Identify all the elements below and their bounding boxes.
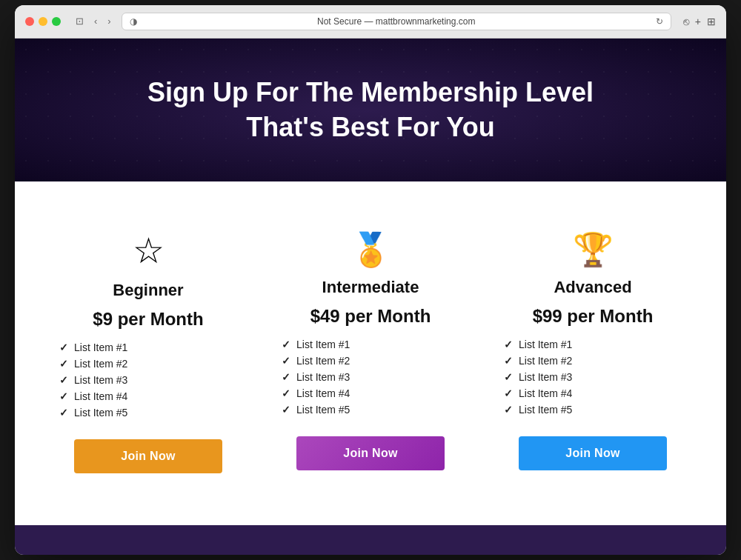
pricing-section: ☆ Beginner $9 per Month ✓List Item #1 ✓L… xyxy=(15,181,726,525)
list-item: ✓List Item #1 xyxy=(282,339,459,350)
feature-text: List Item #1 xyxy=(296,339,350,350)
list-item: ✓List Item #1 xyxy=(59,341,237,353)
check-icon: ✓ xyxy=(282,404,290,416)
feature-text: List Item #4 xyxy=(74,390,127,402)
list-item: ✓List Item #1 xyxy=(504,339,682,350)
feature-text: List Item #5 xyxy=(519,404,572,416)
list-item: ✓List Item #4 xyxy=(504,387,682,399)
check-icon: ✓ xyxy=(504,339,513,350)
feature-text: List Item #5 xyxy=(74,407,127,419)
list-item: ✓List Item #3 xyxy=(282,371,459,383)
advanced-plan-card: 🏆 Advanced $99 per Month ✓List Item #1 ✓… xyxy=(482,211,704,496)
check-icon: ✓ xyxy=(59,390,68,402)
check-icon: ✓ xyxy=(59,374,68,386)
intermediate-plan-card: 🏅 Intermediate $49 per Month ✓List Item … xyxy=(259,211,482,496)
feature-text: List Item #3 xyxy=(296,371,350,383)
reload-icon: ↻ xyxy=(656,16,663,27)
feature-text: List Item #4 xyxy=(296,387,350,399)
feature-text: List Item #4 xyxy=(519,387,572,399)
intermediate-icon: 🏅 xyxy=(350,233,391,266)
browser-window: ⊡ ‹ › ◑ Not Secure — mattbrownmarketing.… xyxy=(15,5,726,556)
advanced-plan-price: $99 per Month xyxy=(533,306,654,327)
check-icon: ✓ xyxy=(59,341,68,353)
maximize-button[interactable] xyxy=(52,17,61,26)
feature-text: List Item #1 xyxy=(74,341,127,353)
address-text: Not Secure — mattbrownmarketing.com xyxy=(142,16,651,27)
browser-actions: ⎋ + ⊞ xyxy=(683,16,716,27)
list-item: ✓List Item #2 xyxy=(282,355,459,367)
list-item: ✓List Item #5 xyxy=(282,404,459,416)
minimize-button[interactable] xyxy=(39,17,47,26)
list-item: ✓List Item #3 xyxy=(504,371,682,383)
intermediate-features-list: ✓List Item #1 ✓List Item #2 ✓List Item #… xyxy=(282,339,459,416)
list-item: ✓List Item #4 xyxy=(59,390,237,402)
beginner-plan-card: ☆ Beginner $9 per Month ✓List Item #1 ✓L… xyxy=(37,211,259,496)
hero-title: Sign Up For The Membership Level That's … xyxy=(111,76,630,145)
advanced-icon: 🏆 xyxy=(573,233,614,266)
check-icon: ✓ xyxy=(59,407,68,419)
forward-button[interactable]: › xyxy=(104,14,113,28)
check-icon: ✓ xyxy=(504,404,513,416)
feature-text: List Item #2 xyxy=(296,355,350,367)
advanced-join-button[interactable]: Join Now xyxy=(519,436,667,470)
advanced-plan-name: Advanced xyxy=(554,278,631,297)
extensions-icon[interactable]: ⊞ xyxy=(707,16,716,27)
beginner-icon: ☆ xyxy=(133,233,165,269)
check-icon: ✓ xyxy=(504,371,513,383)
advanced-features-list: ✓List Item #1 ✓List Item #2 ✓List Item #… xyxy=(504,339,682,416)
check-icon: ✓ xyxy=(59,358,68,370)
close-button[interactable] xyxy=(25,17,34,26)
check-icon: ✓ xyxy=(282,355,290,367)
security-icon: ◑ xyxy=(130,16,137,27)
intermediate-plan-name: Intermediate xyxy=(322,278,419,297)
footer-bar xyxy=(15,525,726,555)
list-item: ✓List Item #2 xyxy=(59,358,237,370)
share-icon[interactable]: ⎋ xyxy=(683,16,689,27)
feature-text: List Item #2 xyxy=(74,358,127,370)
list-item: ✓List Item #5 xyxy=(59,407,237,419)
check-icon: ✓ xyxy=(504,387,513,399)
intermediate-join-button[interactable]: Join Now xyxy=(296,436,445,470)
beginner-features-list: ✓List Item #1 ✓List Item #2 ✓List Item #… xyxy=(59,341,237,419)
sidebar-toggle-button[interactable]: ⊡ xyxy=(73,14,87,28)
feature-text: List Item #5 xyxy=(296,404,350,416)
feature-text: List Item #2 xyxy=(519,355,572,367)
traffic-lights xyxy=(25,17,61,26)
beginner-join-button[interactable]: Join Now xyxy=(74,439,222,473)
list-item: ✓List Item #4 xyxy=(282,387,459,399)
list-item: ✓List Item #2 xyxy=(504,355,682,367)
new-tab-icon[interactable]: + xyxy=(695,16,701,27)
beginner-plan-price: $9 per Month xyxy=(93,309,203,330)
check-icon: ✓ xyxy=(282,387,290,399)
back-button[interactable]: ‹ xyxy=(91,14,100,28)
feature-text: List Item #3 xyxy=(519,371,572,383)
address-bar[interactable]: ◑ Not Secure — mattbrownmarketing.com ↻ xyxy=(122,13,671,30)
browser-controls: ⊡ ‹ › xyxy=(73,14,114,28)
intermediate-plan-price: $49 per Month xyxy=(310,306,431,327)
check-icon: ✓ xyxy=(504,355,513,367)
list-item: ✓List Item #3 xyxy=(59,374,237,386)
feature-text: List Item #1 xyxy=(519,339,572,350)
beginner-plan-name: Beginner xyxy=(113,281,183,300)
check-icon: ✓ xyxy=(282,339,290,350)
list-item: ✓List Item #5 xyxy=(504,404,682,416)
hero-section: Sign Up For The Membership Level That's … xyxy=(15,39,726,182)
browser-chrome: ⊡ ‹ › ◑ Not Secure — mattbrownmarketing.… xyxy=(15,5,726,39)
feature-text: List Item #3 xyxy=(74,374,127,386)
check-icon: ✓ xyxy=(282,371,290,383)
